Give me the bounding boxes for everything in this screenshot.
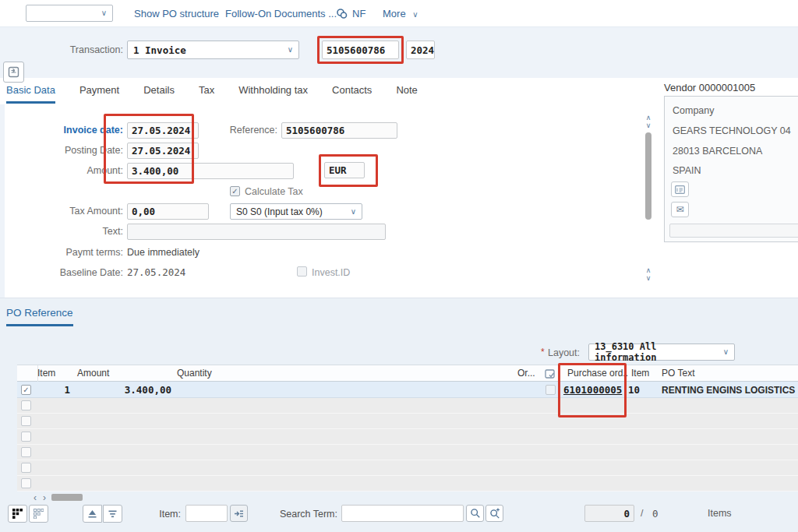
tax-amount-label: Tax Amount: xyxy=(31,206,123,217)
amount-value: 3.400,00 xyxy=(132,165,178,177)
scroll-up-icon[interactable]: ∧ xyxy=(644,115,653,121)
baseline-date-label: Baseline Date: xyxy=(31,267,123,278)
row-counter-divider: / xyxy=(641,508,643,519)
deselect-all-button[interactable] xyxy=(29,505,48,523)
goto-item-button[interactable] xyxy=(230,505,248,522)
row-select-checkbox[interactable] xyxy=(21,478,31,488)
fiscal-year-field[interactable]: 2024 xyxy=(406,41,435,59)
col-header-or[interactable]: Or... xyxy=(517,368,535,379)
row-select-checkbox[interactable] xyxy=(21,416,31,426)
cell-final-checkbox[interactable] xyxy=(546,385,556,395)
invoice-date-label: Invoice date: xyxy=(31,125,123,136)
row-counter-field[interactable]: 0 xyxy=(584,505,634,522)
posting-date-field[interactable]: 27.05.2024 xyxy=(127,143,199,159)
po-reference-tab[interactable]: PO Reference xyxy=(6,307,73,326)
sort-descending-button[interactable] xyxy=(103,505,122,523)
col-header-item2[interactable]: Item xyxy=(631,368,649,379)
table-row-empty[interactable] xyxy=(17,398,798,414)
vendor-email-button[interactable]: ✉ xyxy=(671,202,689,217)
scroll-left-icon[interactable]: ‹ xyxy=(34,492,37,503)
vendor-extra-field[interactable] xyxy=(669,224,798,238)
invest-id-label: Invest.ID xyxy=(312,267,350,278)
select-all-button[interactable] xyxy=(8,505,27,523)
vendor-address-button[interactable] xyxy=(671,181,689,197)
footer-search-input[interactable] xyxy=(341,505,464,522)
baseline-date-value: 27.05.2024 xyxy=(127,266,185,278)
chevron-down-icon: ∨ xyxy=(351,208,356,216)
calendar-check-icon xyxy=(545,368,555,379)
table-row-empty[interactable] xyxy=(17,414,798,429)
search-button[interactable] xyxy=(466,505,484,522)
tax-amount-value: 0,00 xyxy=(132,206,155,217)
tab-contacts[interactable]: Contacts xyxy=(332,84,372,101)
row-select-checkbox[interactable] xyxy=(21,447,31,457)
search-next-icon xyxy=(489,508,500,519)
table-row-empty[interactable] xyxy=(17,460,798,476)
layout-label: Layout: xyxy=(548,347,580,358)
search-next-button[interactable] xyxy=(486,505,503,522)
col-header-final-indicator[interactable] xyxy=(545,368,555,379)
row-counter-total: 0 xyxy=(652,508,659,520)
vendor-line: Company xyxy=(673,105,715,116)
col-header-item[interactable]: Item xyxy=(37,368,55,379)
scroll-up-icon[interactable]: ∧ xyxy=(644,267,653,273)
table-row-empty[interactable] xyxy=(17,445,798,460)
command-dropdown[interactable]: ∨ xyxy=(26,5,113,22)
text-label: Text: xyxy=(31,226,123,237)
col-header-purchase-order[interactable]: Purchase ord.. xyxy=(567,368,628,379)
tab-basic-data[interactable]: Basic Data xyxy=(6,84,55,104)
more-label: More xyxy=(383,8,406,19)
form-scrollbar-thumb[interactable] xyxy=(645,132,651,220)
transaction-type-select[interactable]: 1 Invoice ∨ xyxy=(127,41,299,59)
tab-note[interactable]: Note xyxy=(396,84,417,101)
layout-select[interactable]: 13_6310 All information ∨ xyxy=(588,344,735,361)
cell-amount: 3.400,00 xyxy=(94,384,171,396)
layout-value: 13_6310 All information xyxy=(595,341,723,363)
currency-value: EUR xyxy=(329,164,347,176)
reference-label: Reference: xyxy=(226,125,277,136)
coins-icon xyxy=(337,9,348,19)
tree-toggle-button[interactable] xyxy=(3,62,24,83)
footer-item-input[interactable] xyxy=(185,505,228,522)
invoice-date-field[interactable]: 27.05.2024 xyxy=(127,122,199,139)
tab-payment[interactable]: Payment xyxy=(79,84,119,101)
transaction-label: Transaction: xyxy=(55,44,123,55)
document-number-field[interactable]: 5105600786 xyxy=(322,41,399,59)
tree-toggle-icon xyxy=(8,66,19,78)
row-select-checkbox[interactable] xyxy=(21,463,31,473)
table-row-empty[interactable] xyxy=(17,429,798,445)
tab-withholding-tax[interactable]: Withholding tax xyxy=(238,84,308,101)
sort-ascending-button[interactable] xyxy=(83,505,102,523)
scroll-down-icon[interactable]: ∨ xyxy=(644,122,653,129)
show-po-structure-button[interactable]: Show PO structure xyxy=(134,8,219,19)
tab-details[interactable]: Details xyxy=(143,84,175,101)
invest-id-checkbox[interactable] xyxy=(297,266,307,277)
table-hscrollbar-thumb[interactable] xyxy=(51,494,83,501)
currency-field[interactable]: EUR xyxy=(324,162,365,178)
cell-po-item: 10 xyxy=(628,384,640,396)
scroll-right-icon[interactable]: › xyxy=(43,492,46,503)
row-select-checkbox[interactable]: ✓ xyxy=(21,385,31,395)
tab-tax[interactable]: Tax xyxy=(199,84,214,101)
cell-purchase-order-link[interactable]: 6101000005 xyxy=(563,384,622,396)
reference-value: 5105600786 xyxy=(286,125,344,136)
amount-field[interactable]: 3.400,00 xyxy=(127,163,294,179)
text-field[interactable] xyxy=(127,224,386,240)
scroll-down-icon[interactable]: ∨ xyxy=(644,275,653,281)
nf-button[interactable]: NF xyxy=(352,8,365,19)
tax-code-select[interactable]: S0 S0 (Input tax 0%) ∨ xyxy=(230,203,362,220)
col-header-po-text[interactable]: PO Text xyxy=(662,368,694,379)
reference-field[interactable]: 5105600786 xyxy=(281,122,397,139)
table-row-empty[interactable] xyxy=(17,476,798,491)
row-select-checkbox[interactable] xyxy=(21,432,31,442)
row-select-checkbox[interactable] xyxy=(21,400,31,410)
follow-on-documents-button[interactable]: Follow-On Documents ... xyxy=(225,8,337,19)
col-header-quantity[interactable]: Quantity xyxy=(177,368,212,379)
calculate-tax-checkbox[interactable]: ✓ xyxy=(230,186,240,196)
document-number-value: 5105600786 xyxy=(327,44,385,56)
more-button[interactable]: More ∨ xyxy=(383,8,418,19)
col-header-amount[interactable]: Amount xyxy=(77,368,109,379)
chevron-down-icon: ∨ xyxy=(101,9,107,17)
invoice-transaction-window: ∨ Show PO structure Follow-On Documents … xyxy=(0,0,798,532)
tax-amount-field[interactable]: 0,00 xyxy=(127,203,209,220)
